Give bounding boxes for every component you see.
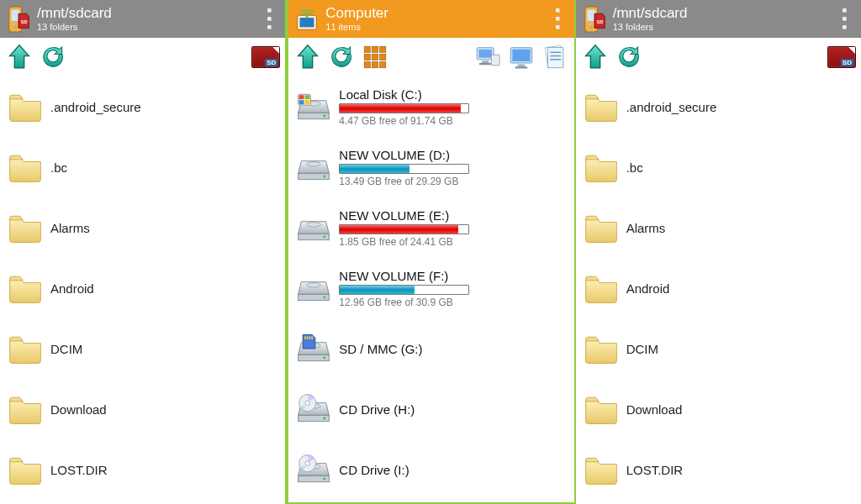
- panel-2: /mnt/sdcard 13 folders .android_secure .…: [576, 0, 861, 504]
- sdcard-icon: [295, 330, 332, 367]
- monitor-button[interactable]: [507, 43, 536, 71]
- folder-row[interactable]: .bc: [0, 137, 285, 197]
- folder-row[interactable]: Download: [576, 379, 861, 439]
- drive-label: Local Disk (C:): [339, 87, 570, 102]
- monitor-icon: [507, 43, 536, 71]
- usage-bar: [339, 103, 469, 113]
- folder-row[interactable]: Alarms: [576, 197, 861, 258]
- folder-row[interactable]: LOST.DIR: [0, 439, 285, 500]
- up-button[interactable]: [581, 43, 610, 71]
- usage-bar: [339, 285, 469, 295]
- phone-sd-icon: [7, 6, 30, 33]
- folder-label: Alarms: [626, 221, 858, 235]
- panel-subtitle: 13 folders: [613, 22, 836, 32]
- folder-label: DCIM: [50, 342, 282, 356]
- folder-row[interactable]: .android_secure: [576, 76, 861, 137]
- drive-row[interactable]: NEW VOLUME (E:) 1.85 GB free of 24.41 GB: [288, 197, 573, 258]
- drive-row[interactable]: SD / MMC (G:): [288, 318, 573, 379]
- docs-button[interactable]: [541, 43, 569, 71]
- folder-row[interactable]: Download: [0, 379, 285, 439]
- sd-storage-button[interactable]: [251, 43, 280, 71]
- sd-card-icon: [251, 46, 280, 68]
- drive-row[interactable]: Local Disk (C:) 4.47 GB free of 91.74 GB: [288, 76, 573, 137]
- panel-header: Computer 11 items: [288, 0, 573, 38]
- folder-row[interactable]: .android_secure: [0, 76, 285, 137]
- panel-subtitle: 11 items: [325, 22, 548, 32]
- refresh-button[interactable]: [327, 43, 356, 71]
- up-button[interactable]: [5, 43, 34, 71]
- cd-icon: [295, 451, 332, 488]
- folder-row[interactable]: DCIM: [576, 318, 861, 379]
- panel-title-block[interactable]: /mnt/sdcard 13 folders: [613, 6, 836, 32]
- folder-icon: [7, 391, 44, 428]
- drive-free-label: 12.96 GB free of 30.9 GB: [339, 297, 570, 308]
- drive-label: NEW VOLUME (D:): [339, 148, 570, 162]
- toolbar: [0, 38, 285, 76]
- drive-label: CD Drive (I:): [339, 463, 570, 477]
- folder-row[interactable]: .bc: [576, 137, 861, 197]
- panel-title: Computer: [325, 6, 548, 22]
- sd-storage-button[interactable]: [827, 43, 856, 71]
- toolbar: [576, 38, 861, 76]
- up-icon: [293, 43, 322, 71]
- drive-row[interactable]: NEW VOLUME (F:) 12.96 GB free of 30.9 GB: [288, 258, 573, 318]
- refresh-button[interactable]: [39, 43, 67, 71]
- usage-bar: [339, 164, 469, 174]
- drive-free-label: 4.47 GB free of 91.74 GB: [339, 115, 570, 127]
- panel-menu-button[interactable]: [836, 7, 854, 32]
- drive-row[interactable]: NEW VOLUME (D:) 13.49 GB free of 29.29 G…: [288, 137, 573, 197]
- wifi-pc-icon: [295, 6, 319, 33]
- folder-icon: [583, 391, 620, 428]
- folder-row[interactable]: Android: [0, 258, 285, 318]
- folder-label: Download: [50, 402, 282, 417]
- panel-header: /mnt/sdcard 13 folders: [576, 0, 861, 38]
- drive-row[interactable]: CD Drive (H:): [288, 379, 573, 439]
- panel-menu-button[interactable]: [260, 7, 278, 32]
- file-list[interactable]: .android_secure .bc Alarms Android DCIM …: [0, 76, 285, 504]
- panel-title: /mnt/sdcard: [37, 6, 260, 22]
- drive-row[interactable]: CD Drive (I:): [288, 439, 573, 500]
- refresh-button[interactable]: [615, 43, 643, 71]
- folder-label: .bc: [626, 160, 858, 175]
- toolbar: [288, 38, 573, 76]
- phone-sd-icon: [583, 6, 606, 33]
- usage-bar: [339, 224, 469, 234]
- panel-subtitle: 13 folders: [37, 22, 260, 32]
- hdd-icon: [295, 209, 332, 246]
- panel-title: /mnt/sdcard: [613, 6, 836, 22]
- panel-1: Computer 11 items Local Disk (C:) 4.47 G…: [287, 0, 575, 504]
- folder-icon: [583, 270, 620, 307]
- mycomputer-icon: [473, 43, 502, 71]
- folder-icon: [7, 330, 44, 367]
- folder-icon: [583, 149, 620, 186]
- folder-label: .android_secure: [626, 100, 858, 114]
- panel-menu-button[interactable]: [549, 7, 568, 32]
- folder-label: Download: [626, 402, 858, 417]
- file-list[interactable]: Local Disk (C:) 4.47 GB free of 91.74 GB…: [288, 76, 573, 502]
- drive-label: SD / MMC (G:): [339, 342, 570, 356]
- refresh-icon: [327, 43, 356, 71]
- panel-title-block[interactable]: /mnt/sdcard 13 folders: [37, 6, 260, 32]
- up-button[interactable]: [293, 43, 322, 71]
- hdd-icon: [295, 149, 332, 186]
- grid-button[interactable]: [361, 43, 389, 71]
- sd-card-icon: [827, 46, 856, 68]
- folder-row[interactable]: Alarms: [0, 197, 285, 258]
- mycomputer-button[interactable]: [473, 43, 502, 71]
- file-list[interactable]: .android_secure .bc Alarms Android DCIM …: [576, 76, 861, 504]
- drive-label: NEW VOLUME (F:): [339, 269, 570, 283]
- folder-row[interactable]: LOST.DIR: [576, 439, 861, 500]
- drive-free-label: 1.85 GB free of 24.41 GB: [339, 236, 570, 248]
- folder-label: Android: [50, 281, 282, 296]
- folder-icon: [7, 88, 44, 125]
- folder-label: LOST.DIR: [50, 463, 282, 477]
- folder-icon: [7, 451, 44, 488]
- folder-row[interactable]: Android: [576, 258, 861, 318]
- grid-icon: [361, 43, 389, 71]
- hdd-icon: [295, 270, 332, 307]
- folder-label: DCIM: [626, 342, 858, 356]
- panel-0: /mnt/sdcard 13 folders .android_secure .…: [0, 0, 287, 504]
- panel-title-block[interactable]: Computer 11 items: [325, 6, 548, 32]
- folder-icon: [583, 451, 620, 488]
- folder-row[interactable]: DCIM: [0, 318, 285, 379]
